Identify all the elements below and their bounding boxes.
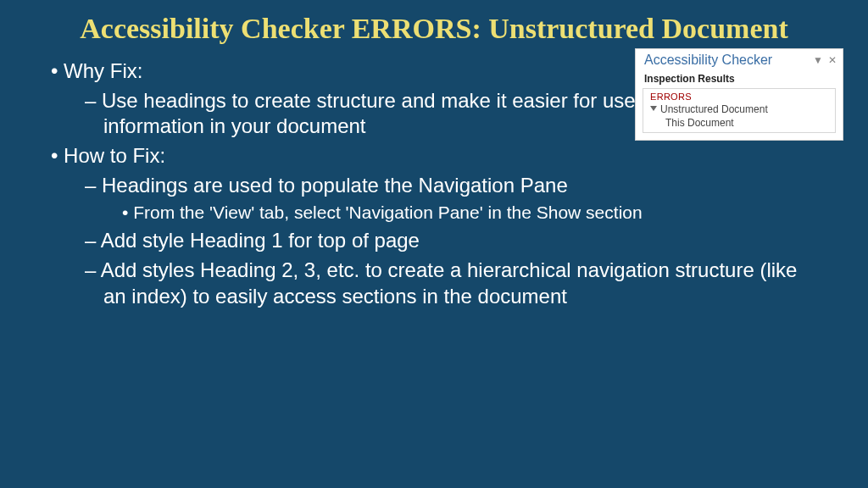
bullet-how-1: Headings are used to populate the Naviga… (51, 173, 817, 199)
panel-dropdown-icon[interactable]: ▼ (810, 54, 826, 66)
chevron-down-icon (650, 106, 657, 111)
bullet-how-3: Add styles Heading 2, 3, etc. to create … (51, 258, 817, 309)
bullet-how-1a: From the 'View' tab, select 'Navigation … (51, 202, 817, 225)
close-icon[interactable]: ✕ (826, 54, 839, 66)
slide-title: Accessibility Checker ERRORS: Unstructur… (0, 0, 868, 47)
panel-errors-label: ERRORS (643, 89, 835, 103)
panel-header: Accessibility Checker ▼ ✕ (636, 49, 843, 71)
panel-error-item[interactable]: Unstructured Document (643, 103, 835, 116)
panel-results-box: ERRORS Unstructured Document This Docume… (643, 88, 836, 133)
panel-error-subitem[interactable]: This Document (643, 116, 835, 132)
panel-title: Accessibility Checker (644, 53, 810, 68)
panel-subtitle: Inspection Results (636, 71, 843, 88)
panel-error-item-label: Unstructured Document (660, 103, 768, 115)
bullet-how-fix: How to Fix: (51, 143, 817, 169)
accessibility-checker-panel: Accessibility Checker ▼ ✕ Inspection Res… (636, 49, 843, 140)
bullet-how-2: Add style Heading 1 for top of page (51, 228, 817, 254)
